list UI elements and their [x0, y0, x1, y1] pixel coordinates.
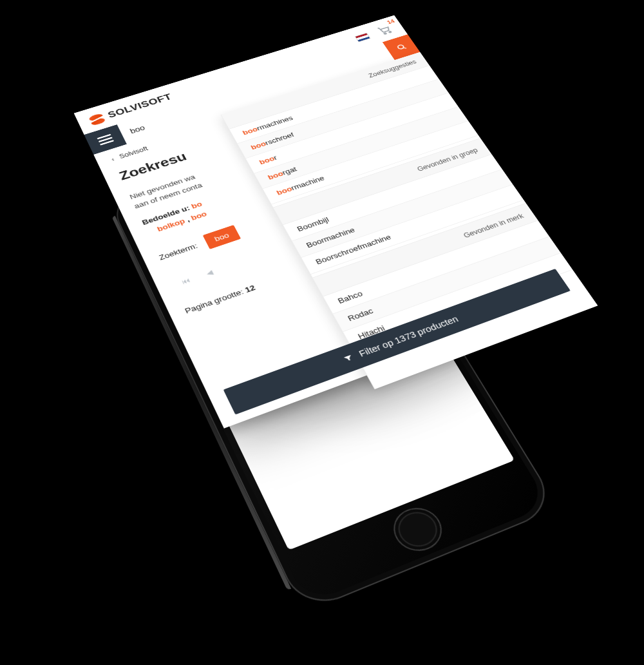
brand-logo-icon: [88, 113, 106, 126]
svg-point-0: [384, 33, 386, 35]
pager-prev-icon[interactable]: ◀: [205, 269, 214, 278]
breadcrumb-label: Solvisoft: [118, 145, 149, 160]
pager-first-icon[interactable]: ⏮: [180, 276, 192, 286]
cart-button[interactable]: 14: [375, 23, 395, 37]
device-home-button[interactable]: [388, 503, 448, 556]
search-term-chip[interactable]: boo: [202, 225, 241, 249]
svg-point-2: [397, 44, 404, 50]
locale-flag-nl[interactable]: [355, 33, 371, 43]
dym-term[interactable]: bo: [190, 200, 204, 210]
search-term-label: Zoekterm:: [158, 242, 199, 262]
dym-term[interactable]: boo: [189, 210, 208, 222]
hamburger-icon: [97, 133, 113, 145]
cart-icon: [375, 23, 394, 36]
filter-icon: [342, 353, 355, 364]
search-icon: [394, 43, 408, 52]
svg-point-1: [389, 31, 392, 33]
chevron-left-icon: ‹: [110, 156, 115, 162]
page-size-value: 12: [243, 284, 257, 294]
